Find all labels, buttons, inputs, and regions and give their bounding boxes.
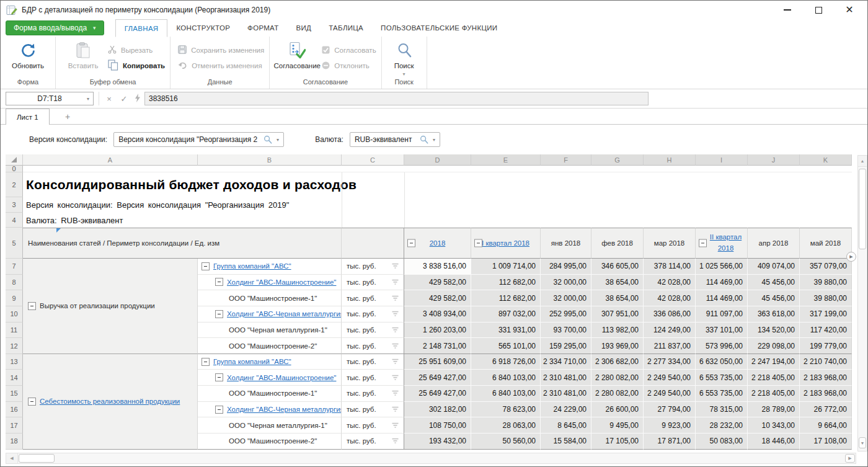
row-header-15[interactable]: 15: [6, 386, 23, 402]
unit-cell[interactable]: тыс. руб.: [342, 370, 404, 386]
value-cell[interactable]: 28 232,00: [696, 417, 748, 434]
value-cell[interactable]: 2 310 481,00: [541, 370, 591, 386]
value-cell[interactable]: 124 249,00: [644, 322, 696, 339]
value-cell[interactable]: 17 871,00: [644, 434, 696, 450]
value-cell[interactable]: 117 420,00: [800, 322, 852, 339]
cell-reference-box[interactable]: D7:T18 ▾: [6, 92, 94, 105]
cancel-entry-button[interactable]: ×: [102, 92, 116, 105]
row-header-2[interactable]: 2: [6, 172, 23, 197]
confirm-entry-button[interactable]: ✓: [117, 92, 131, 105]
value-cell[interactable]: 27 794,00: [644, 402, 696, 418]
value-cell[interactable]: 25 951 609,00: [404, 354, 471, 370]
filter-icon[interactable]: [392, 375, 399, 381]
search-button[interactable]: Поиск ▾: [387, 38, 422, 77]
value-cell[interactable]: 114 469,00: [696, 275, 748, 291]
value-cell[interactable]: 2 247 194,00: [748, 354, 800, 370]
filter-icon[interactable]: [392, 438, 399, 444]
search-icon[interactable]: [420, 135, 428, 144]
value-cell[interactable]: 409 074,00: [748, 259, 800, 275]
filter-icon[interactable]: [392, 311, 399, 317]
value-cell[interactable]: 134 520,00: [748, 322, 800, 339]
approval-button[interactable]: Согласование: [275, 38, 319, 69]
unit-cell[interactable]: тыс. руб.: [342, 306, 404, 322]
reject-button[interactable]: Отклонить: [322, 61, 376, 71]
collapse-icon[interactable]: [28, 302, 36, 310]
vertical-scrollbar-thumb[interactable]: [859, 169, 866, 249]
value-cell[interactable]: 193 432,00: [404, 434, 471, 450]
value-cell[interactable]: 6 918 726,00: [471, 354, 541, 370]
value-cell[interactable]: 32 000,00: [541, 275, 591, 291]
currency-line[interactable]: Валюта: RUB-эквивалент: [23, 213, 852, 228]
value-cell[interactable]: 114 469,00: [696, 290, 748, 306]
value-cell[interactable]: 302 182,00: [404, 402, 471, 418]
column-header-B[interactable]: B: [198, 154, 342, 166]
period-header[interactable]: апр 2018: [748, 228, 800, 259]
version-line[interactable]: Версия консолидации: Версия консолидация…: [23, 197, 852, 213]
chevron-down-icon[interactable]: ▾: [87, 96, 89, 102]
row-header-7[interactable]: 7: [6, 259, 23, 275]
collapse-icon[interactable]: [407, 239, 415, 247]
filter-icon[interactable]: [392, 343, 399, 349]
column-header-J[interactable]: J: [748, 154, 800, 166]
collapse-icon[interactable]: [215, 310, 223, 318]
grid-row-0[interactable]: [23, 166, 852, 172]
value-cell[interactable]: 2 210 740,00: [800, 354, 852, 370]
sheet-tab-list1[interactable]: Лист 1: [6, 109, 50, 125]
value-cell[interactable]: 1 025 566,00: [696, 259, 748, 275]
value-cell[interactable]: 25 649 427,00: [404, 386, 471, 402]
horizontal-scrollbar[interactable]: ◀ ▶: [6, 453, 856, 464]
entity-cell[interactable]: ООО "Машиностроение-1": [198, 386, 342, 402]
filter-icon[interactable]: [392, 279, 399, 285]
value-cell[interactable]: 159 295,00: [541, 338, 591, 354]
period-header[interactable]: II квартал 2018: [696, 228, 748, 259]
value-cell[interactable]: 897 032,00: [471, 306, 541, 322]
column-header-D[interactable]: D: [404, 154, 471, 166]
column-header-G[interactable]: G: [591, 154, 644, 166]
value-cell[interactable]: 8 645,00: [541, 417, 591, 434]
row-header-8[interactable]: 8: [6, 275, 23, 291]
row-header-16[interactable]: 16: [6, 402, 23, 418]
value-cell[interactable]: 199 779,00: [800, 338, 852, 354]
article-cell[interactable]: Себестоимость реализованной продукции: [23, 354, 198, 450]
value-cell[interactable]: 1 009 714,00: [471, 259, 541, 275]
collapse-icon[interactable]: [699, 239, 707, 247]
value-cell[interactable]: 38 654,00: [591, 275, 644, 291]
entity-cell[interactable]: Холдинг "АВС-Машиностроение": [198, 275, 342, 291]
filter-icon[interactable]: [392, 263, 399, 269]
collapse-icon[interactable]: [215, 373, 223, 381]
minimize-button[interactable]: [772, 1, 803, 19]
value-cell[interactable]: 229 098,00: [748, 338, 800, 354]
tab-user-functions[interactable]: ПОЛЬЗОВАТЕЛЬСКИЕ ФУНКЦИИ: [372, 19, 506, 37]
column-header-F[interactable]: F: [541, 154, 591, 166]
entity-cell[interactable]: ООО "Машиностроение-2": [198, 434, 342, 450]
value-cell[interactable]: 108 750,00: [404, 417, 471, 434]
entity-cell[interactable]: ООО "Черная металлургия-1": [198, 322, 342, 339]
undo-changes-button[interactable]: Отменить изменения: [178, 61, 264, 71]
value-cell[interactable]: 17 108,00: [800, 434, 852, 450]
sheet-title[interactable]: Консолидированный бюджет доходов и расхо…: [23, 172, 852, 197]
value-cell[interactable]: 78 315,00: [696, 402, 748, 418]
value-cell[interactable]: 2 280 082,00: [591, 386, 644, 402]
approve-button[interactable]: Согласовать: [322, 45, 376, 55]
value-cell[interactable]: 42 028,00: [644, 275, 696, 291]
value-cell[interactable]: 28 063,00: [471, 417, 541, 434]
value-cell[interactable]: 15 584,00: [541, 434, 591, 450]
period-header[interactable]: янв 2018: [541, 228, 591, 259]
collapse-icon[interactable]: [202, 358, 210, 366]
collapse-icon[interactable]: [202, 262, 210, 270]
value-cell[interactable]: 2 310 481,00: [541, 386, 591, 402]
article-cell[interactable]: Выручка от реализации продукции: [23, 259, 198, 354]
value-cell[interactable]: 2 183 968,00: [800, 370, 852, 386]
value-cell[interactable]: 2 306 682,00: [591, 354, 644, 370]
unit-cell[interactable]: тыс. руб.: [342, 354, 404, 370]
filter-icon[interactable]: [392, 295, 399, 301]
scroll-down-arrow-icon[interactable]: ▼: [859, 437, 866, 448]
value-cell[interactable]: 25 649 427,00: [404, 370, 471, 386]
column-header-A[interactable]: A: [23, 154, 198, 166]
column-header-C[interactable]: C: [342, 154, 404, 166]
collapse-icon[interactable]: [215, 406, 223, 414]
value-cell[interactable]: 17 105,00: [591, 434, 644, 450]
value-cell[interactable]: 573 996,00: [696, 338, 748, 354]
chevron-down-icon[interactable]: ▾: [277, 137, 279, 143]
value-cell[interactable]: 2 218 405,00: [748, 370, 800, 386]
